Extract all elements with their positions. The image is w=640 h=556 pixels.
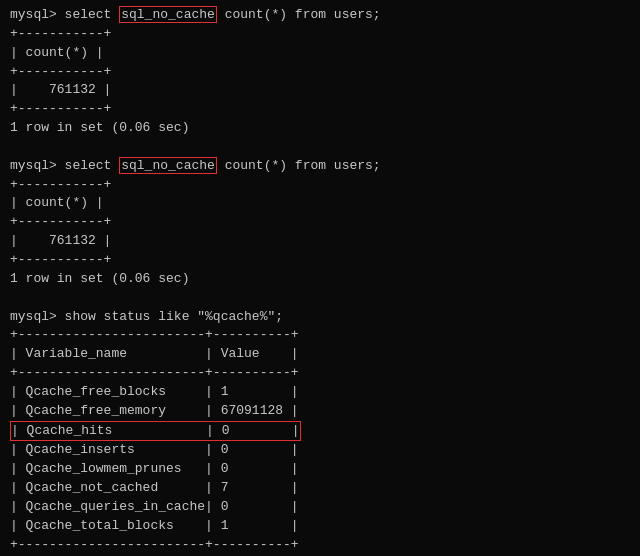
divider-2c: +-----------+	[10, 251, 630, 270]
command-line-2: mysql> select sql_no_cache count(*) from…	[10, 157, 630, 176]
table-header: | Variable_name | Value |	[10, 345, 630, 364]
row-queries-in-cache: | Qcache_queries_in_cache| 0 |	[10, 498, 630, 517]
data-row-1: | 761132 |	[10, 81, 630, 100]
row-free-blocks: | Qcache_free_blocks | 1 |	[10, 383, 630, 402]
terminal: mysql> select sql_no_cache count(*) from…	[10, 6, 630, 556]
command-line-1: mysql> select sql_no_cache count(*) from…	[10, 6, 630, 25]
row-lowmem: | Qcache_lowmem_prunes | 0 |	[10, 460, 630, 479]
result-1: 1 row in set (0.06 sec)	[10, 119, 630, 138]
command-line-3: mysql> show status like "%qcache%";	[10, 308, 630, 327]
col-header-2: | count(*) |	[10, 194, 630, 213]
row-not-cached: | Qcache_not_cached | 7 |	[10, 479, 630, 498]
divider-3b: +------------------------+----------+	[10, 364, 630, 383]
sql-no-cache-highlight-1: sql_no_cache	[119, 6, 217, 23]
blank-1	[10, 138, 630, 157]
command-rest-1: count(*) from users;	[217, 7, 381, 22]
divider-1a: +-----------+	[10, 25, 630, 44]
sql-no-cache-highlight-2: sql_no_cache	[119, 157, 217, 174]
divider-1b: +-----------+	[10, 63, 630, 82]
col-header-1: | count(*) |	[10, 44, 630, 63]
divider-2b: +-----------+	[10, 213, 630, 232]
row-total-blocks: | Qcache_total_blocks | 1 |	[10, 517, 630, 536]
prompt-1: mysql> select	[10, 7, 119, 22]
divider-3c: +------------------------+----------+	[10, 536, 630, 555]
divider-2a: +-----------+	[10, 176, 630, 195]
blank-2	[10, 289, 630, 308]
result-2: 1 row in set (0.06 sec)	[10, 270, 630, 289]
command-rest-2: count(*) from users;	[217, 158, 381, 173]
prompt-2: mysql> select	[10, 158, 119, 173]
row-inserts: | Qcache_inserts | 0 |	[10, 441, 630, 460]
row-free-memory: | Qcache_free_memory | 67091128 |	[10, 402, 630, 421]
divider-3a: +------------------------+----------+	[10, 326, 630, 345]
row-hits: | Qcache_hits | 0 |	[10, 421, 301, 442]
data-row-2: | 761132 |	[10, 232, 630, 251]
divider-1c: +-----------+	[10, 100, 630, 119]
